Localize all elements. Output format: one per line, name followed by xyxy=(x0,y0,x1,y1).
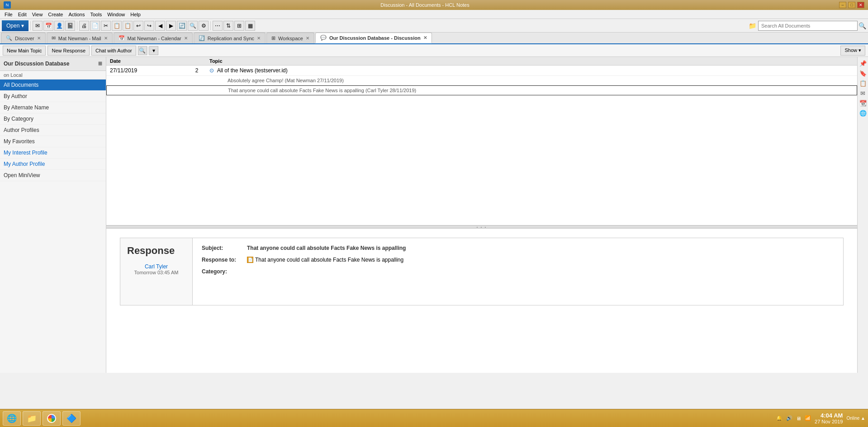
tab-mail[interactable]: ✉ Mat Newman - Mail ✕ xyxy=(47,33,113,43)
notebook-icon[interactable]: 📓 xyxy=(65,21,75,31)
sidebar-item-by-alternate-name[interactable]: By Alternate Name xyxy=(0,102,106,113)
menu-tools[interactable]: Tools xyxy=(87,11,104,18)
new-doc-icon[interactable]: 📄 xyxy=(90,21,100,31)
table-row[interactable]: That anyone could call absolute Facts Fa… xyxy=(106,85,857,95)
right-icon-pin[interactable]: 📌 xyxy=(859,59,868,68)
chat-with-author-button[interactable]: Chat with Author xyxy=(91,46,136,56)
sidebar-item-my-favorites[interactable]: My Favorites xyxy=(0,136,106,147)
tab-mail-close[interactable]: ✕ xyxy=(104,36,108,41)
preview-author[interactable]: Carl Tyler xyxy=(127,263,185,270)
search-icon[interactable]: 🔍 xyxy=(188,21,198,31)
menu-view[interactable]: View xyxy=(29,11,46,18)
refresh-icon[interactable]: 🔄 xyxy=(177,21,187,31)
taskbar-date-text: 27 Nov 2019 xyxy=(815,419,843,424)
calendar-tab-icon: 📅 xyxy=(119,35,125,41)
menu-help[interactable]: Help xyxy=(128,11,143,18)
paste-icon[interactable]: 📋 xyxy=(123,21,133,31)
forward-icon[interactable]: ▶ xyxy=(166,21,176,31)
tab-workspace-close[interactable]: ✕ xyxy=(306,36,309,41)
right-icon-globe[interactable]: 🌐 xyxy=(859,108,868,117)
tab-mail-label: Mat Newman - Mail xyxy=(58,36,101,41)
app-icon: N xyxy=(4,1,11,9)
content-area: Date Topic 27/11/2019 2 ⊙ All of the New… xyxy=(106,57,857,373)
right-icon-mail[interactable]: ✉ xyxy=(859,89,868,98)
speaker-icon[interactable]: 🔊 xyxy=(786,415,792,421)
mail-tab-icon: ✉ xyxy=(52,35,56,41)
topic-circle-icon: ⊙ xyxy=(209,67,214,74)
bell-icon[interactable]: 🔔 xyxy=(776,415,783,421)
preview-response-to-field: Response to: 📄 That anyone could call ab… xyxy=(202,257,834,263)
contacts-icon[interactable]: 👤 xyxy=(54,21,64,31)
layout-icon[interactable]: ▦ xyxy=(245,21,255,31)
settings-icon[interactable]: ⚙ xyxy=(199,21,209,31)
taskbar-item-files[interactable]: 📁 xyxy=(23,411,41,426)
tab-calendar-close[interactable]: ✕ xyxy=(184,36,188,41)
sidebar-menu-icon[interactable]: ≡ xyxy=(98,60,102,68)
preview-right-panel: Subject: That anyone could call absolute… xyxy=(193,238,843,305)
open-button[interactable]: Open ▾ xyxy=(2,20,28,31)
tab-replication-close[interactable]: ✕ xyxy=(257,36,261,41)
discover-icon: 🔍 xyxy=(6,35,12,41)
tab-workspace[interactable]: ⊞ Workspace ✕ xyxy=(266,33,314,43)
sidebar-item-open-miniview[interactable]: Open MiniView xyxy=(0,170,106,181)
header-topic: Topic xyxy=(206,58,857,64)
toolbar-dropdown-icon[interactable]: ▾ xyxy=(149,46,158,55)
taskbar-item-ie[interactable]: 🌐 xyxy=(3,411,21,426)
new-main-topic-button[interactable]: New Main Topic xyxy=(3,46,46,56)
sidebar-item-my-interest-profile[interactable]: My Interest Profile xyxy=(0,147,106,159)
back-icon[interactable]: ◀ xyxy=(155,21,165,31)
search-submit-icon[interactable]: 🔍 xyxy=(859,22,866,29)
status-badge: Online ▲ xyxy=(846,416,865,421)
sidebar-item-by-category[interactable]: By Category xyxy=(0,113,106,125)
tab-discussion[interactable]: 💬 Our Discussion Database - Discussion ✕ xyxy=(315,33,432,43)
right-icon-clipboard[interactable]: 📋 xyxy=(859,79,868,88)
right-icon-bookmark[interactable]: 🔖 xyxy=(859,69,868,78)
taskbar: 🌐 📁 🔷 🔔 🔊 🖥 📶 4:04 AM 27 Nov 2019 Online… xyxy=(0,409,868,427)
menu-create[interactable]: Create xyxy=(45,11,66,18)
table-row[interactable]: Absolutely agree Champ! (Mat Newman 27/1… xyxy=(106,76,857,85)
tab-discover-close[interactable]: ✕ xyxy=(37,36,41,41)
grid-icon[interactable]: ⊞ xyxy=(234,21,244,31)
more-icon[interactable]: ⋯ xyxy=(213,21,223,31)
show-button[interactable]: Show ▾ xyxy=(840,46,865,56)
tab-replication[interactable]: 🔄 Replication and Sync ✕ xyxy=(194,33,266,43)
toolbar-primary: Open ▾ ✉ 📅 👤 📓 🖨 📄 ✂ 📋 📋 ↩ ↪ ◀ ▶ 🔄 🔍 ⚙ ⋯… xyxy=(0,19,868,33)
mail-icon[interactable]: ✉ xyxy=(33,21,43,31)
sidebar-item-my-author-profile[interactable]: My Author Profile xyxy=(0,159,106,170)
tab-calendar[interactable]: 📅 Mat Newman - Calendar ✕ xyxy=(114,33,193,43)
calendar-icon[interactable]: 📅 xyxy=(43,21,53,31)
menu-window[interactable]: Window xyxy=(104,11,128,18)
preview-response-to-label: Response to: xyxy=(202,257,247,263)
toolbar-search-icon[interactable]: 🔍 xyxy=(138,46,147,55)
tab-discussion-close[interactable]: ✕ xyxy=(423,35,427,40)
search-input[interactable] xyxy=(758,21,858,31)
replication-icon: 🔄 xyxy=(199,35,205,41)
toolbar-secondary: New Main Topic New Response Chat with Au… xyxy=(0,44,868,57)
sidebar: Our Discussion Database ≡ on Local All D… xyxy=(0,57,106,373)
sidebar-item-all-documents[interactable]: All Documents xyxy=(0,80,106,91)
tabs-bar: 🔍 Discover ✕ ✉ Mat Newman - Mail ✕ 📅 Mat… xyxy=(0,33,868,44)
table-row[interactable]: 27/11/2019 2 ⊙ All of the News (testserv… xyxy=(106,66,857,76)
sidebar-item-by-author[interactable]: By Author xyxy=(0,91,106,102)
print-icon[interactable]: 🖨 xyxy=(79,21,89,31)
minimize-button[interactable]: – xyxy=(839,2,846,8)
taskbar-item-notes[interactable]: 🔷 xyxy=(62,411,81,426)
menu-edit[interactable]: Edit xyxy=(15,11,29,18)
sync-icon[interactable]: ⇅ xyxy=(223,21,233,31)
menu-actions[interactable]: Actions xyxy=(66,11,87,18)
undo-icon[interactable]: ↩ xyxy=(133,21,143,31)
network-icon[interactable]: 📶 xyxy=(805,415,811,421)
doc-topic[interactable]: ⊙ All of the News (testserver.id) xyxy=(206,67,857,74)
display-icon[interactable]: 🖥 xyxy=(796,416,801,421)
close-button[interactable]: ✕ xyxy=(857,2,864,8)
maximize-button[interactable]: □ xyxy=(848,2,855,8)
new-response-button[interactable]: New Response xyxy=(47,46,90,56)
sidebar-item-author-profiles[interactable]: Author Profiles xyxy=(0,125,106,136)
copy-icon[interactable]: 📋 xyxy=(112,21,122,31)
menu-file[interactable]: File xyxy=(2,11,15,18)
cut-icon[interactable]: ✂ xyxy=(101,21,111,31)
tab-discover[interactable]: 🔍 Discover ✕ xyxy=(1,33,46,43)
redo-icon[interactable]: ↪ xyxy=(144,21,154,31)
right-icon-calendar[interactable]: 📆 xyxy=(859,99,868,108)
taskbar-item-chrome[interactable] xyxy=(43,411,61,426)
